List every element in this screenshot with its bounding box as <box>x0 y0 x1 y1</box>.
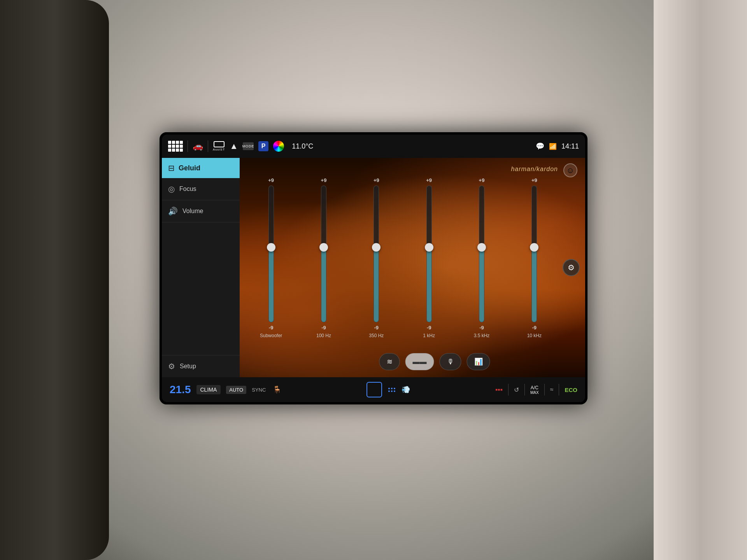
equalizer-area: harman/kardon ☺ ⚙ <box>240 158 585 377</box>
sidebar-item-volume[interactable]: 🔊 Volume <box>162 200 240 222</box>
mode-icon-shape: MODE <box>243 142 254 150</box>
slider-subwoofer-min: -9 <box>269 325 274 331</box>
slider-10khz: +9 -9 10 kHz <box>511 177 558 338</box>
slider-10khz-min: -9 <box>532 325 537 331</box>
defrost-icon[interactable]: ▪▪▪ <box>495 386 503 394</box>
slider-1khz-track[interactable] <box>421 186 438 322</box>
screen-bezel: 🚗 AssiST ▲ MODE <box>162 135 585 402</box>
navigation-arrow-icon[interactable]: ▲ <box>230 141 238 151</box>
slider-100hz-fill <box>321 247 326 322</box>
face-button[interactable]: ☺ <box>563 163 577 177</box>
eq-spectrum-button[interactable]: 📊 <box>467 353 490 370</box>
assist-nav-button[interactable]: AssiST <box>213 141 225 151</box>
slider-350hz-rail <box>374 186 379 322</box>
sidebar-item-setup[interactable]: ⚙ Setup <box>162 355 240 377</box>
slider-10khz-max: +9 <box>531 177 537 183</box>
sidebar-item-focus[interactable]: ◎ Focus <box>162 178 240 200</box>
parking-nav-icon[interactable]: P <box>258 141 268 151</box>
assist-label: AssiST <box>213 148 225 151</box>
focus-icon: ◎ <box>168 184 175 194</box>
nav-divider-2 <box>208 140 208 152</box>
right-leather-panel <box>654 0 747 560</box>
setup-label: Setup <box>180 363 196 370</box>
slider-10khz-fill <box>532 247 537 322</box>
mode-text: MODE <box>242 144 254 148</box>
slider-subwoofer-label: Subwoofer <box>260 333 282 338</box>
slider-1khz-handle[interactable] <box>425 243 433 252</box>
slider-3-5khz-handle[interactable] <box>477 243 486 252</box>
apps-grid-icon[interactable] <box>168 141 183 152</box>
slider-1khz-min: -9 <box>427 325 431 331</box>
slider-subwoofer-handle[interactable] <box>267 243 275 252</box>
slider-3-5khz-rail <box>479 186 484 322</box>
eq-waves-button[interactable]: ≋ <box>379 353 400 370</box>
sidebar-active-item[interactable]: ⊟ Geluid <box>162 158 240 178</box>
slider-3-5khz-fill <box>479 247 484 322</box>
ac-max-control[interactable]: A/C MAX <box>530 385 539 395</box>
volume-label: Volume <box>182 208 203 215</box>
climate-fan-icon[interactable]: 💨 <box>402 385 410 394</box>
screen-content: 🚗 AssiST ▲ MODE <box>162 135 585 402</box>
slider-100hz-rail <box>321 186 326 322</box>
climate-divider-3 <box>544 384 545 396</box>
face-icon: ☺ <box>566 166 574 175</box>
climate-right-controls: ▪▪▪ ↺ A/C MAX ≈ ECO <box>495 384 577 396</box>
focus-label: Focus <box>179 186 196 192</box>
slider-350hz: +9 -9 350 Hz <box>353 177 400 338</box>
eq-flat-button[interactable]: ▬▬ <box>405 353 434 370</box>
left-leather-panel <box>0 0 109 560</box>
slider-10khz-rail <box>531 186 537 322</box>
slider-100hz-handle[interactable] <box>319 243 328 252</box>
eq-voice-button[interactable]: 🎙 <box>440 353 461 370</box>
climate-divider-2 <box>524 384 525 396</box>
slider-3-5khz-label: 3.5 kHz <box>474 333 490 338</box>
spectrum-icon: 📊 <box>474 357 483 366</box>
climate-auto-badge[interactable]: AUTO <box>226 386 246 394</box>
slider-1khz: +9 -9 1 kHz <box>405 177 452 338</box>
climate-center-controls: 💨 <box>287 382 490 397</box>
climate-temperature: 21.5 <box>170 383 191 396</box>
slider-100hz-label: 100 Hz <box>316 333 331 338</box>
eq-settings-button[interactable]: ⚙ <box>563 259 580 276</box>
climate-divider-4 <box>559 384 559 396</box>
climate-bar: 21.5 CLIMA AUTO SYNC 🪑 <box>162 377 585 402</box>
assist-car-shape <box>214 141 224 147</box>
climate-seat-icon[interactable]: 🪑 <box>273 385 281 394</box>
slider-10khz-handle[interactable] <box>530 243 538 252</box>
parking-label: P <box>261 143 266 150</box>
eq-sliders-container: +9 -9 Subwoofer <box>247 177 558 338</box>
home-button[interactable] <box>366 382 382 397</box>
slider-350hz-fill <box>374 247 379 322</box>
temperature-display: 11.0°C <box>292 142 313 150</box>
top-nav-bar: 🚗 AssiST ▲ MODE <box>162 135 585 158</box>
slider-10khz-label: 10 kHz <box>527 333 542 338</box>
slider-3-5khz: +9 -9 3.5 kHz <box>458 177 505 338</box>
slider-100hz: +9 -9 100 Hz <box>300 177 347 338</box>
slider-1khz-max: +9 <box>426 177 432 183</box>
slider-3-5khz-track[interactable] <box>473 186 490 322</box>
clima-label: CLIMA <box>196 385 221 394</box>
slider-10khz-track[interactable] <box>526 186 543 322</box>
slider-3-5khz-min: -9 <box>479 325 484 331</box>
slider-100hz-track[interactable] <box>315 186 332 322</box>
slider-350hz-min: -9 <box>374 325 379 331</box>
settings-gear-icon: ⚙ <box>568 263 575 272</box>
volume-icon: 🔊 <box>168 206 178 216</box>
recirculation-icon[interactable]: ↺ <box>514 386 519 394</box>
car-nav-icon[interactable]: 🚗 <box>193 141 203 151</box>
menu-dots-icon[interactable] <box>388 388 395 392</box>
waves-icon: ≋ <box>387 357 393 366</box>
flat-icon: ▬▬ <box>413 358 427 366</box>
slider-subwoofer-track[interactable] <box>263 186 280 322</box>
slider-100hz-max: +9 <box>321 177 327 183</box>
slider-350hz-handle[interactable] <box>372 243 381 252</box>
message-icon[interactable]: 💬 <box>536 142 544 150</box>
car-interior: 🚗 AssiST ▲ MODE <box>0 0 747 560</box>
main-content-area: ⊟ Geluid ◎ Focus 🔊 Volume <box>162 158 585 377</box>
mode-nav-button[interactable]: MODE <box>243 142 254 150</box>
eq-mode-buttons: ≋ ▬▬ 🎙 📊 <box>379 353 490 370</box>
slider-350hz-track[interactable] <box>368 186 385 322</box>
color-wheel-icon[interactable] <box>273 141 284 152</box>
fan-speed-icon[interactable]: ≈ <box>550 386 554 393</box>
slider-1khz-label: 1 kHz <box>423 333 435 338</box>
